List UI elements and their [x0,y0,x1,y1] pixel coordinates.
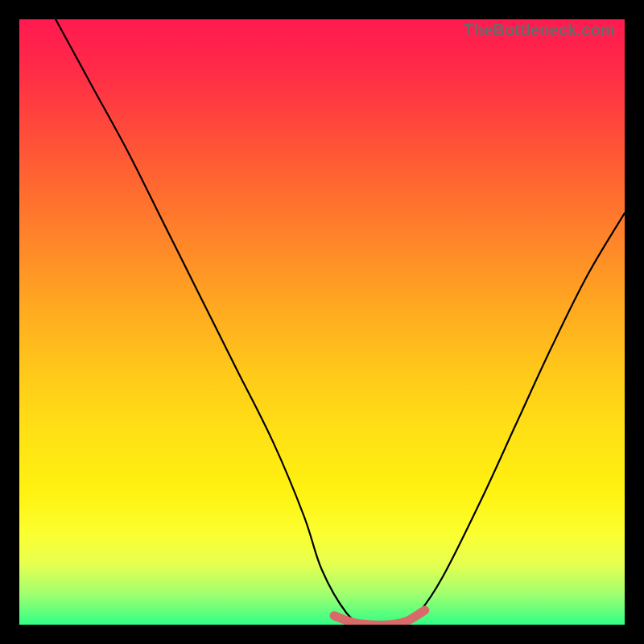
main-curve-path [56,19,625,625]
watermark-text: TheBottleneck.com [464,21,615,39]
curve-svg [19,19,625,625]
plot-area: TheBottleneck.com [19,19,625,625]
chart-frame: TheBottleneck.com [0,0,644,644]
highlight-curve-path [334,610,425,625]
